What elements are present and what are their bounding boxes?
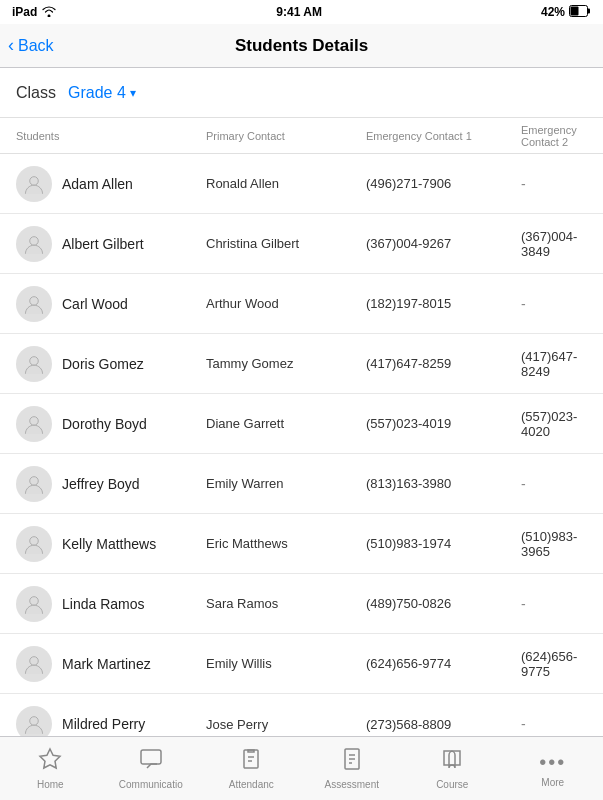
primary-contact-value: Ronald Allen [206, 176, 366, 191]
back-label: Back [18, 37, 54, 55]
tab-assessment[interactable]: Assessment [302, 737, 403, 792]
status-left: iPad [12, 5, 57, 20]
student-cell: Doris Gomez [16, 346, 206, 382]
student-cell: Jeffrey Boyd [16, 466, 206, 502]
svg-point-4 [30, 236, 39, 245]
tab-attendanc[interactable]: Attendanc [201, 737, 302, 792]
avatar [16, 346, 52, 382]
primary-contact-value: Sara Ramos [206, 596, 366, 611]
emergency1-value: (496)271-7906 [366, 176, 521, 191]
avatar [16, 226, 52, 262]
grade-value: Grade 4 [68, 84, 126, 102]
emergency1-value: (367)004-9267 [366, 236, 521, 251]
tab-course[interactable]: Course [402, 737, 503, 792]
student-cell: Linda Ramos [16, 586, 206, 622]
svg-point-9 [30, 536, 39, 545]
avatar [16, 706, 52, 736]
tab-label: Attendanc [229, 779, 274, 790]
tab-icon: ••• [539, 749, 566, 775]
primary-contact-value: Tammy Gomez [206, 356, 366, 371]
primary-contact-value: Christina Gilbert [206, 236, 366, 251]
primary-contact-value: Jose Perry [206, 717, 366, 732]
filter-bar: Class Grade 4 ▾ [0, 68, 603, 118]
emergency1-value: (417)647-8259 [366, 356, 521, 371]
tab-label: Home [37, 779, 64, 790]
emergency1-value: (557)023-4019 [366, 416, 521, 431]
table-row[interactable]: Linda Ramos Sara Ramos (489)750-0826 - [0, 574, 603, 634]
svg-point-6 [30, 356, 39, 365]
emergency1-value: (510)983-1974 [366, 536, 521, 551]
student-name: Carl Wood [62, 296, 128, 312]
avatar [16, 646, 52, 682]
tab-more[interactable]: ••• More [503, 737, 604, 792]
status-bar: iPad 9:41 AM 42% [0, 0, 603, 24]
back-button[interactable]: ‹ Back [8, 35, 54, 56]
emergency2-value: - [521, 596, 587, 612]
table-row[interactable]: Mildred Perry Jose Perry (273)568-8809 - [0, 694, 603, 736]
grade-selector[interactable]: Grade 4 ▾ [68, 84, 136, 102]
emergency2-value: (624)656-9775 [521, 649, 587, 679]
table-row[interactable]: Kelly Matthews Eric Matthews (510)983-19… [0, 514, 603, 574]
svg-point-12 [30, 717, 39, 726]
table-row[interactable]: Jeffrey Boyd Emily Warren (813)163-3980 … [0, 454, 603, 514]
avatar [16, 466, 52, 502]
emergency2-value: (417)647-8249 [521, 349, 587, 379]
class-label: Class [16, 84, 56, 102]
tab-icon [139, 747, 163, 777]
tab-communicatio[interactable]: Communicatio [101, 737, 202, 792]
student-name: Dorothy Boyd [62, 416, 147, 432]
student-name: Linda Ramos [62, 596, 145, 612]
emergency2-value: (557)023-4020 [521, 409, 587, 439]
avatar [16, 286, 52, 322]
table-row[interactable]: Dorothy Boyd Diane Garrett (557)023-4019… [0, 394, 603, 454]
primary-contact-value: Arthur Wood [206, 296, 366, 311]
wifi-icon [41, 5, 57, 20]
svg-rect-13 [141, 750, 161, 764]
svg-point-7 [30, 416, 39, 425]
tab-icon [440, 747, 464, 777]
tab-label: Assessment [325, 779, 379, 790]
emergency1-value: (489)750-0826 [366, 596, 521, 611]
student-name: Jeffrey Boyd [62, 476, 140, 492]
student-name: Doris Gomez [62, 356, 144, 372]
svg-rect-1 [587, 8, 590, 13]
tab-icon [38, 747, 62, 777]
table-row[interactable]: Doris Gomez Tammy Gomez (417)647-8259 (4… [0, 334, 603, 394]
emergency2-value: - [521, 476, 587, 492]
svg-point-10 [30, 596, 39, 605]
col-emergency1: Emergency Contact 1 [366, 124, 521, 148]
emergency1-value: (182)197-8015 [366, 296, 521, 311]
emergency2-value: - [521, 296, 587, 312]
student-name: Mark Martinez [62, 656, 151, 672]
student-table: Adam Allen Ronald Allen (496)271-7906 - … [0, 154, 603, 736]
tab-label: Communicatio [119, 779, 183, 790]
time-label: 9:41 AM [276, 5, 322, 19]
primary-contact-value: Eric Matthews [206, 536, 366, 551]
nav-bar: ‹ Back Students Details [0, 24, 603, 68]
carrier-label: iPad [12, 5, 37, 19]
page-title: Students Details [235, 36, 368, 56]
battery-icon [569, 5, 591, 20]
table-row[interactable]: Adam Allen Ronald Allen (496)271-7906 - [0, 154, 603, 214]
tab-home[interactable]: Home [0, 737, 101, 792]
student-name: Kelly Matthews [62, 536, 156, 552]
student-cell: Albert Gilbert [16, 226, 206, 262]
primary-contact-value: Emily Willis [206, 656, 366, 671]
table-row[interactable]: Albert Gilbert Christina Gilbert (367)00… [0, 214, 603, 274]
chevron-down-icon: ▾ [130, 86, 136, 100]
table-row[interactable]: Mark Martinez Emily Willis (624)656-9774… [0, 634, 603, 694]
svg-point-3 [30, 176, 39, 185]
tab-icon [239, 747, 263, 777]
tab-label: More [541, 777, 564, 788]
svg-point-8 [30, 476, 39, 485]
emergency2-value: - [521, 716, 587, 732]
student-name: Mildred Perry [62, 716, 145, 732]
col-students: Students [16, 124, 206, 148]
student-cell: Adam Allen [16, 166, 206, 202]
svg-point-5 [30, 296, 39, 305]
table-row[interactable]: Carl Wood Arthur Wood (182)197-8015 - [0, 274, 603, 334]
student-cell: Mildred Perry [16, 706, 206, 736]
table-header: Students Primary Contact Emergency Conta… [0, 118, 603, 154]
battery-label: 42% [541, 5, 565, 19]
tab-icon [340, 747, 364, 777]
